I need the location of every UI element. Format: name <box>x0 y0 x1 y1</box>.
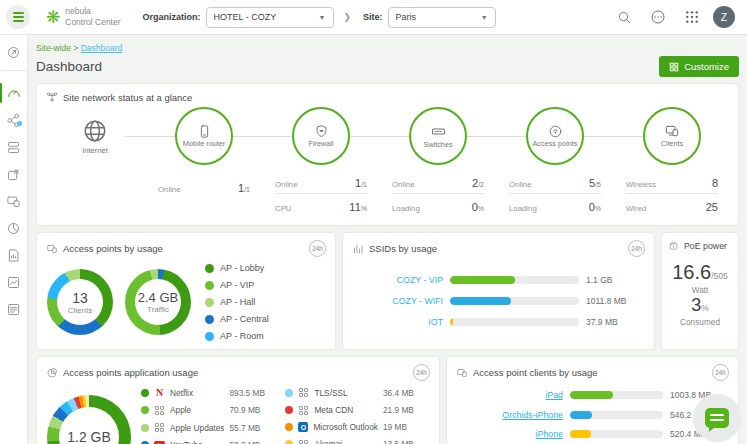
bar-track <box>570 430 663 438</box>
apple-app-icon <box>154 405 165 416</box>
chevron-down-icon: ▼ <box>481 14 488 21</box>
node-mobile-router: Mobile router Online1/1 <box>152 107 256 217</box>
clients-donut-chart: 13 Clients <box>47 269 113 335</box>
user-avatar[interactable]: Z <box>713 6 735 28</box>
bar-track <box>450 297 579 305</box>
bar-track <box>570 411 663 419</box>
traffic-donut-chart: 2.4 GB Traffic <box>125 269 191 335</box>
network-status-card: Site network status at a glance Internet <box>36 83 739 226</box>
app-legend-right: TLS/SSL36.4 MB Meta CDN21.9 MB OMicrosof… <box>285 387 429 444</box>
client-link[interactable]: Orchids-iPhone <box>459 410 563 420</box>
legend-item: Apple70.9 MB <box>141 405 275 416</box>
period-badge-24h[interactable]: 24h <box>628 240 645 257</box>
sidebar-item-analytics[interactable] <box>0 270 28 294</box>
youtube-icon <box>154 440 165 444</box>
ssid-link[interactable]: COZY - VIP <box>355 275 443 285</box>
hamburger-menu-button[interactable] <box>6 5 30 29</box>
node-internet: Internet <box>51 107 139 217</box>
sidebar-item-floorplan[interactable] <box>0 162 28 186</box>
application-donut-chart: 1.2 GB <box>47 395 131 444</box>
ssids-usage-card: SSIDs by usage 24h COZY - VIP 1.1 GB COZ… <box>342 232 655 350</box>
access-points-usage-card: Access points by usage 24h 13 Clients 2.… <box>36 232 336 350</box>
legend-item: Apple Updates55.7 MB <box>141 422 275 433</box>
client-row: iPad 1003.8 MB <box>459 390 726 400</box>
firewall-stats: Online1/1 CPU11% <box>275 170 367 217</box>
sidebar-item-logs[interactable] <box>0 297 28 321</box>
search-icon[interactable] <box>611 4 637 30</box>
card-title: Access points by usage <box>63 243 163 254</box>
sidebar-item-devices[interactable] <box>0 135 28 159</box>
bar-track <box>450 318 579 326</box>
shield-icon <box>314 124 329 139</box>
access-points-stats: Online5/5 Loading0% <box>509 170 601 217</box>
switch-icon <box>430 123 447 140</box>
breadcrumb-chevron-icon: ❯ <box>344 12 352 22</box>
sidebar-item-summary-report[interactable] <box>0 216 28 240</box>
ssid-value: 1011.8 MB <box>586 296 642 306</box>
netflix-icon: N <box>154 387 165 398</box>
globe-icon <box>82 118 108 144</box>
ssid-row: COZY - VIP 1.1 GB <box>355 275 642 285</box>
clients-circle[interactable]: Clients <box>643 107 701 165</box>
poe-power-card: PoE power 16.6/505 Watt 3% Consumed <box>661 232 739 350</box>
apps-grid-icon[interactable] <box>679 4 705 30</box>
ap-legend: AP - Lobby AP - VIP AP - Hall AP - Centr… <box>205 263 269 341</box>
firewall-circle[interactable]: Firewall <box>292 107 350 165</box>
sidebar-item-report[interactable] <box>0 243 28 267</box>
card-title: PoE power <box>684 241 727 251</box>
poe-icon <box>668 240 679 251</box>
tls-ssl-app-icon <box>298 387 309 398</box>
mobile-router-circle[interactable]: Mobile router <box>175 107 233 165</box>
clients-usage-card: Access point clients by usage 24h iPad 1… <box>446 356 739 444</box>
legend-item: Meta CDN21.9 MB <box>285 405 429 416</box>
legend-item: AP - Room <box>205 331 269 341</box>
card-title: Access point clients by usage <box>473 367 598 378</box>
legend-item: AP - VIP <box>205 280 269 290</box>
sidebar-item-dashboard[interactable] <box>0 81 28 105</box>
ssid-row: COZY - WIFI 1011.8 MB <box>355 296 642 306</box>
node-label: Firewall <box>308 140 333 148</box>
ssid-link[interactable]: COZY - WIFI <box>355 296 443 306</box>
ssid-value: 1.1 GB <box>586 275 642 285</box>
status-card-title: Site network status at a glance <box>63 92 192 103</box>
sidebar-item-topology[interactable] <box>0 108 28 132</box>
client-row: Orchids-iPhone 546.2 MB <box>459 410 726 420</box>
period-badge-24h[interactable]: 24h <box>413 364 430 381</box>
akamai-app-icon <box>298 439 309 444</box>
node-access-points: Access points Online5/5 Loading0% <box>503 107 607 217</box>
client-link[interactable]: iPhone <box>459 429 563 439</box>
sidebar-item-clients[interactable] <box>0 189 28 213</box>
switches-circle[interactable]: Switches <box>409 107 467 165</box>
apple-updates-app-icon <box>154 422 165 433</box>
node-label: Internet <box>82 146 107 155</box>
page-title: Dashboard <box>36 59 102 74</box>
period-badge-24h[interactable]: 24h <box>712 364 729 381</box>
ssid-value: 37.9 MB <box>586 317 642 327</box>
breadcrumb-dashboard-link[interactable]: Dashboard <box>81 43 123 53</box>
bar-chart-icon <box>352 243 364 255</box>
access-points-circle[interactable]: Access points <box>526 107 584 165</box>
breadcrumb-site-wide[interactable]: Site-wide > <box>36 43 78 53</box>
customize-button[interactable]: Customize <box>659 56 739 77</box>
site-dropdown[interactable]: Paris ▼ <box>388 7 496 28</box>
main-content: Site-wide > Dashboard Dashboard Customiz… <box>28 35 747 444</box>
mobile-router-icon <box>197 124 212 139</box>
client-link[interactable]: iPad <box>459 390 563 400</box>
legend-item: OMicrosoft Outlook19 MB <box>285 422 429 432</box>
period-badge-24h[interactable]: 24h <box>309 240 326 257</box>
meta-cdn-app-icon <box>298 405 309 416</box>
poe-values: 16.6/505 Watt 3% Consumed <box>662 253 738 327</box>
node-label: Mobile router <box>183 140 226 148</box>
customize-grid-icon <box>669 62 679 72</box>
nebula-logo[interactable]: ❋ nebula Control Center <box>46 6 121 27</box>
chat-icon <box>705 408 729 428</box>
application-usage-card: Access points application usage 24h 1.2 … <box>36 356 440 444</box>
chat-support-button[interactable] <box>693 394 741 442</box>
topology-alert-dot <box>17 121 22 126</box>
switches-stats: Online2/2 Loading0% <box>392 170 484 217</box>
chevron-down-icon: ▼ <box>319 14 326 21</box>
sidebar-pin-icon[interactable] <box>0 40 28 64</box>
help-ellipsis-icon[interactable] <box>645 4 671 30</box>
ssid-link[interactable]: IOT <box>355 317 443 327</box>
organization-dropdown[interactable]: HOTEL - COZY ▼ <box>206 7 334 28</box>
